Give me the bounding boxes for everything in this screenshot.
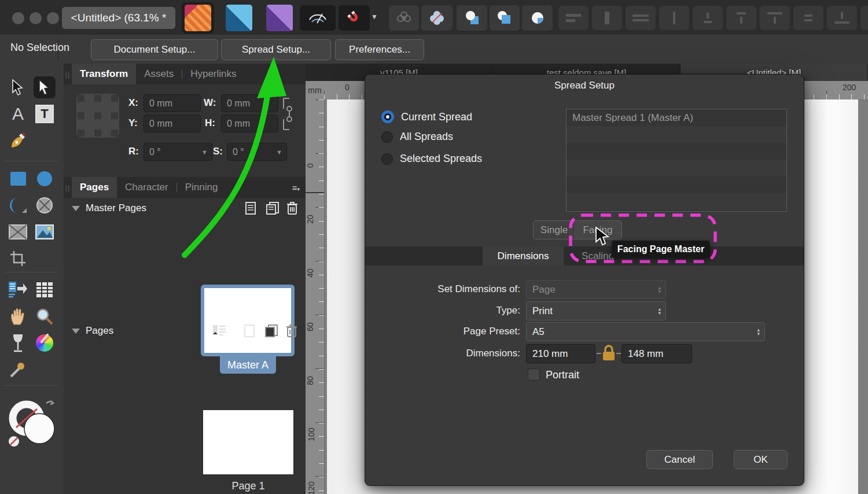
tab-hyperlinks[interactable]: Hyperlinks xyxy=(182,64,244,84)
align-extra-button[interactable] xyxy=(860,6,868,30)
type-dropdown[interactable]: Print ▴▾ xyxy=(526,301,666,320)
zoom-tool[interactable] xyxy=(34,305,56,327)
disclosure-triangle-icon[interactable] xyxy=(72,329,80,334)
radio-icon[interactable] xyxy=(381,153,393,165)
link-wh-icon[interactable] xyxy=(281,96,294,132)
document-setup-button[interactable]: Document Setup... xyxy=(91,39,218,60)
window-minimize-button[interactable] xyxy=(30,12,42,24)
panel-grip-icon[interactable]: || xyxy=(64,64,72,84)
photo-app-icon[interactable] xyxy=(226,5,252,31)
align-center-horizontal-button[interactable] xyxy=(592,6,622,30)
designer-app-icon[interactable] xyxy=(266,5,293,31)
align-top-button[interactable] xyxy=(760,6,790,30)
align-bottom-button[interactable] xyxy=(827,6,857,30)
tab-transform[interactable]: Transform xyxy=(72,64,136,84)
color-wheel-tool[interactable] xyxy=(34,332,56,354)
tab-character[interactable]: Character xyxy=(117,177,176,198)
boolean-divide-button[interactable] xyxy=(522,5,553,31)
corner-tool-button[interactable] xyxy=(300,5,336,31)
radio-all-spreads[interactable]: All Spreads xyxy=(381,131,453,143)
rectangle-tool[interactable] xyxy=(7,168,29,190)
ok-button[interactable]: OK xyxy=(734,450,788,469)
spread-setup-button[interactable]: Spread Setup... xyxy=(221,39,331,60)
style-picker-tool[interactable] xyxy=(7,332,29,354)
view-tool[interactable] xyxy=(7,305,29,327)
tab-assets[interactable]: Assets xyxy=(136,64,182,84)
duplicate-master-icon[interactable] xyxy=(265,201,280,215)
radio-icon[interactable] xyxy=(381,131,393,143)
align-right-button[interactable] xyxy=(659,6,689,30)
height-input[interactable]: 148 mm xyxy=(621,344,692,363)
window-zoom-button[interactable] xyxy=(47,12,59,24)
panel-menu-icon[interactable]: ≡▾ xyxy=(292,183,300,193)
page-1-label[interactable]: Page 1 xyxy=(203,480,293,492)
snapping-button[interactable] xyxy=(339,5,370,31)
frame-text-tool[interactable]: T xyxy=(34,103,56,125)
color-picker-tool[interactable] xyxy=(7,359,29,381)
snapping-dropdown-caret[interactable]: ▼ xyxy=(371,13,378,21)
s-dropdown[interactable]: 0 °▼ xyxy=(227,143,287,161)
picture-frame-rectangle-tool[interactable] xyxy=(7,221,29,243)
set-dimensions-dropdown[interactable]: Page ▴▾ xyxy=(526,280,666,299)
add-master-page-icon[interactable] xyxy=(244,201,257,215)
table-tool[interactable] xyxy=(34,279,56,301)
node-tool[interactable] xyxy=(34,76,56,98)
place-image-tool[interactable] xyxy=(34,221,56,243)
pages-section-header[interactable]: Pages xyxy=(72,325,113,337)
delete-master-trash-icon[interactable] xyxy=(286,201,298,215)
page-preset-dropdown[interactable]: A5 ▴▾ xyxy=(526,322,765,341)
disclosure-triangle-icon[interactable] xyxy=(72,206,80,211)
delete-page-trash-icon[interactable] xyxy=(286,324,297,338)
bookmark-pages-icon[interactable] xyxy=(212,324,227,338)
lock-aspect-icon[interactable] xyxy=(595,343,622,363)
panel-grip-icon[interactable]: || xyxy=(64,177,72,198)
move-tool[interactable] xyxy=(7,76,29,98)
cancel-button[interactable]: Cancel xyxy=(646,450,713,469)
master-a-thumbnail[interactable] xyxy=(201,285,295,356)
radio-selected-icon[interactable] xyxy=(381,110,394,123)
spread-list-item[interactable]: Master Spread 1 (Master A) xyxy=(567,109,786,126)
distribute-horizontal-button[interactable] xyxy=(793,6,823,30)
fill-stroke-wells[interactable] xyxy=(6,396,59,448)
artistic-text-tool[interactable]: A xyxy=(7,103,29,125)
duplicate-page-icon[interactable] xyxy=(264,324,279,338)
boolean-add-button[interactable] xyxy=(457,5,487,31)
facing-segment-button[interactable]: Facing xyxy=(574,220,622,239)
insert-inside-button[interactable] xyxy=(389,5,419,31)
master-pages-header[interactable]: Master Pages xyxy=(72,202,146,214)
align-right-edge-button[interactable] xyxy=(726,6,756,30)
align-left-button[interactable] xyxy=(558,6,589,30)
shapes-tool[interactable] xyxy=(7,194,29,216)
preferences-button[interactable]: Preferences... xyxy=(335,39,424,60)
content-flow-tool[interactable] xyxy=(7,279,29,301)
tab-pinning[interactable]: Pinning xyxy=(177,177,226,198)
master-a-label[interactable]: Master A xyxy=(220,356,276,374)
ellipse-tool[interactable] xyxy=(34,168,56,190)
r-dropdown[interactable]: 0 °▼ xyxy=(144,143,212,161)
insert-exclude-button[interactable] xyxy=(421,5,453,31)
window-close-button[interactable] xyxy=(12,12,24,24)
spread-list[interactable]: Master Spread 1 (Master A) xyxy=(566,109,787,212)
align-middle-vertical-button[interactable] xyxy=(626,6,656,30)
page-1-thumbnail[interactable] xyxy=(203,410,293,474)
add-page-icon[interactable] xyxy=(243,324,256,338)
vertical-ruler[interactable]: 0 20 40 60 80 100 120 140 xyxy=(306,99,325,494)
pen-tool[interactable] xyxy=(7,130,29,152)
radio-current-spread[interactable]: Current Spread xyxy=(381,110,472,123)
w-input[interactable]: 0 mm xyxy=(221,94,278,112)
publisher-app-icon[interactable] xyxy=(185,5,211,31)
radio-selected-spreads[interactable]: Selected Spreads xyxy=(381,153,482,165)
x-input[interactable]: 0 mm xyxy=(144,94,201,112)
portrait-checkbox[interactable] xyxy=(528,368,540,381)
picture-frame-ellipse-tool[interactable] xyxy=(34,194,56,216)
distribute-vertical-button[interactable] xyxy=(693,6,723,30)
single-segment-button[interactable]: Single xyxy=(533,220,575,239)
y-input[interactable]: 0 mm xyxy=(144,115,201,132)
vector-crop-tool[interactable] xyxy=(7,248,29,270)
tab-dimensions[interactable]: Dimensions xyxy=(483,246,564,266)
h-input[interactable]: 0 mm xyxy=(221,115,278,132)
transform-anchor-selector[interactable] xyxy=(76,94,119,138)
boolean-subtract-button[interactable] xyxy=(490,5,520,31)
tab-pages[interactable]: Pages xyxy=(72,177,117,198)
width-input[interactable]: 210 mm xyxy=(526,344,595,363)
